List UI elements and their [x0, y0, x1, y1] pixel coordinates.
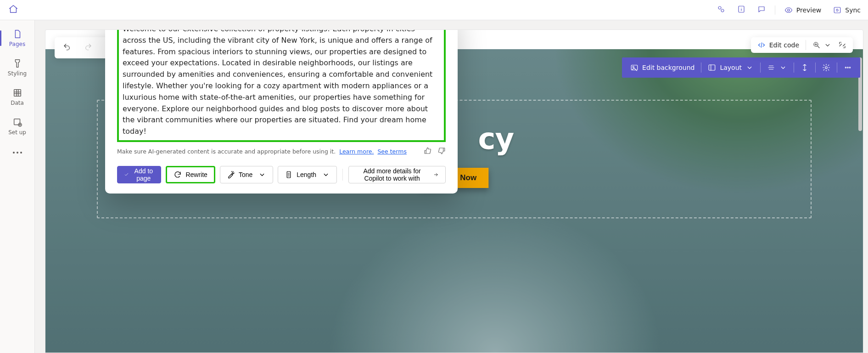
preview-label: Preview: [796, 6, 822, 14]
ai-disclaimer: Make sure AI-generated content is accura…: [117, 148, 407, 155]
left-nav-rail: Pages Styling Data Set up: [0, 20, 35, 353]
rewrite-button[interactable]: Rewrite: [166, 166, 215, 183]
app-topbar: Preview Sync: [0, 0, 868, 20]
canvas-scrollbar[interactable]: [857, 30, 863, 353]
tone-label: Tone: [239, 171, 252, 178]
page-canvas: cy Search Now Edit background Layout: [45, 29, 863, 353]
comment-icon[interactable]: [755, 3, 768, 17]
preview-button[interactable]: Preview: [782, 4, 824, 16]
more-details-label: Add more details for Copilot to work wit…: [355, 167, 429, 182]
svg-point-10: [845, 67, 846, 68]
svg-point-12: [849, 67, 850, 68]
edit-background-button[interactable]: Edit background: [624, 57, 701, 78]
add-to-page-label: Add to page: [133, 167, 154, 182]
rail-item-styling[interactable]: Styling: [2, 53, 33, 82]
section-toolbar: Edit background Layout: [622, 57, 860, 78]
svg-point-9: [825, 67, 828, 69]
editcode-toolbar: Edit code: [751, 37, 853, 53]
see-terms-link[interactable]: See terms: [377, 148, 407, 155]
svg-rect-6: [631, 65, 638, 70]
rail-label: Styling: [8, 70, 27, 77]
thumbs-up-button[interactable]: [424, 147, 432, 157]
zoom-control[interactable]: [812, 41, 832, 49]
info-icon[interactable]: [734, 3, 748, 17]
svg-rect-8: [709, 65, 716, 70]
disclaimer-text: Make sure AI-generated content is accura…: [117, 148, 336, 155]
rail-label: Set up: [8, 129, 26, 136]
edit-code-button[interactable]: Edit code: [757, 41, 799, 49]
svg-point-1: [788, 9, 790, 11]
svg-rect-3: [14, 90, 21, 97]
svg-point-7: [633, 66, 634, 68]
section-settings-button[interactable]: [816, 57, 837, 78]
separator: [342, 169, 343, 181]
spacing-button[interactable]: [794, 57, 815, 78]
hero-title-fragment: cy: [478, 122, 514, 156]
undo-button[interactable]: [61, 41, 73, 55]
section-more-button[interactable]: [837, 57, 858, 78]
svg-point-11: [847, 67, 848, 68]
edit-code-label: Edit code: [769, 41, 799, 49]
layout-label: Layout: [720, 64, 742, 71]
rail-item-setup[interactable]: Set up: [2, 112, 33, 141]
redo-button[interactable]: [82, 41, 94, 55]
separator: [775, 6, 775, 15]
length-label: Length: [297, 171, 316, 178]
home-button[interactable]: [6, 1, 21, 19]
tone-button[interactable]: Tone: [220, 166, 273, 183]
sync-button[interactable]: Sync: [830, 4, 863, 16]
svg-rect-2: [834, 7, 841, 13]
rail-label: Data: [11, 100, 24, 106]
rail-more-button[interactable]: [2, 143, 33, 162]
alignment-button[interactable]: [761, 57, 794, 78]
canvas-shell: cy Search Now Edit background Layout: [35, 20, 868, 353]
rewrite-label: Rewrite: [185, 171, 207, 178]
rail-item-pages[interactable]: Pages: [2, 24, 33, 52]
fit-to-screen-button[interactable]: [838, 41, 846, 49]
copilot-icon[interactable]: [714, 3, 728, 17]
copilot-popover: Welcome to our extensive collection of p…: [105, 29, 458, 194]
svg-rect-4: [14, 119, 20, 125]
add-more-details-button[interactable]: Add more details for Copilot to work wit…: [348, 166, 446, 183]
layout-button[interactable]: Layout: [701, 57, 760, 78]
length-button[interactable]: Length: [278, 166, 337, 183]
learn-more-link[interactable]: Learn more.: [339, 148, 374, 155]
add-to-page-button[interactable]: Add to page: [117, 166, 161, 183]
rail-item-data[interactable]: Data: [2, 83, 33, 111]
thumbs-down-button[interactable]: [437, 147, 446, 157]
sync-label: Sync: [845, 6, 861, 14]
copilot-action-row: Add to page Rewrite Tone Length: [105, 160, 458, 183]
edit-background-label: Edit background: [642, 64, 694, 71]
generated-text-block[interactable]: Welcome to our extensive collection of p…: [117, 29, 446, 142]
rail-label: Pages: [9, 41, 25, 47]
separator: [806, 40, 806, 50]
